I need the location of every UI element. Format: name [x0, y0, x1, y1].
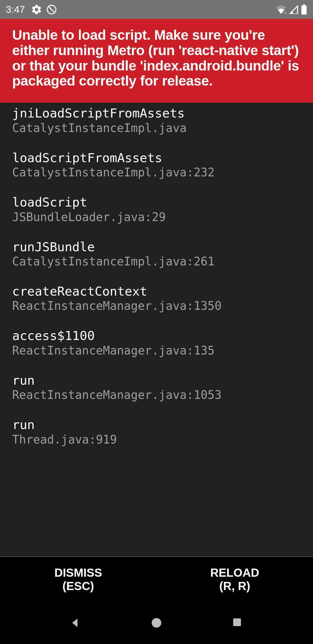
stack-frame[interactable]: run ReactInstanceManager.java:1053: [12, 373, 301, 401]
svg-rect-7: [233, 618, 241, 626]
stack-frame[interactable]: loadScript JSBundleLoader.java:29: [12, 195, 301, 223]
status-icons-left: [31, 4, 57, 15]
stack-location: CatalystInstanceImpl.java:261: [12, 255, 301, 268]
stack-method: run: [12, 418, 301, 432]
gear-icon: [31, 4, 42, 15]
stack-location: Thread.java:919: [12, 433, 301, 446]
stack-method: loadScript: [12, 195, 301, 209]
stack-method: createReactContext: [12, 284, 301, 299]
stack-method: jniLoadScriptFromAssets: [12, 106, 301, 120]
stack-frame[interactable]: runJSBundle CatalystInstanceImpl.java:26…: [12, 240, 301, 268]
reload-button[interactable]: RELOAD (R, R): [156, 557, 313, 601]
wifi-icon: x: [276, 5, 286, 14]
stack-location: CatalystInstanceImpl.java: [12, 121, 301, 135]
reload-shortcut: (R, R): [219, 579, 250, 593]
stack-location: ReactInstanceManager.java:1053: [12, 388, 301, 401]
status-clock: 3:47: [6, 4, 25, 15]
svg-text:x: x: [284, 11, 286, 14]
svg-rect-4: [303, 4, 305, 6]
stack-method: runJSBundle: [12, 240, 301, 254]
stack-location: JSBundleLoader.java:29: [12, 210, 301, 224]
stack-location: CatalystInstanceImpl.java:232: [12, 166, 301, 179]
error-message: Unable to load script. Make sure you're …: [12, 28, 301, 89]
svg-line-1: [48, 6, 55, 13]
svg-rect-5: [301, 5, 307, 15]
status-bar-left: 3:47: [6, 4, 57, 15]
stack-method: run: [12, 373, 301, 388]
cellular-signal-icon: [289, 5, 299, 14]
stack-frame[interactable]: createReactContext ReactInstanceManager.…: [12, 284, 301, 312]
nav-home-button[interactable]: [150, 616, 163, 629]
action-bar: DISMISS (ESC) RELOAD (R, R): [0, 556, 313, 601]
status-bar-right: x: [276, 4, 307, 15]
dismiss-label: DISMISS: [54, 566, 102, 579]
stack-frame[interactable]: access$1100 ReactInstanceManager.java:13…: [12, 329, 301, 357]
stack-location: ReactInstanceManager.java:135: [12, 344, 301, 357]
do-not-disturb-icon: [46, 4, 57, 15]
stack-frame[interactable]: loadScriptFromAssets CatalystInstanceImp…: [12, 151, 301, 179]
stack-trace[interactable]: jniLoadScriptFromAssets CatalystInstance…: [0, 103, 313, 446]
reload-label: RELOAD: [210, 566, 259, 579]
nav-recents-button[interactable]: [231, 616, 244, 629]
stack-method: access$1100: [12, 329, 301, 343]
dismiss-button[interactable]: DISMISS (ESC): [0, 557, 156, 601]
error-header: Unable to load script. Make sure you're …: [0, 19, 313, 103]
svg-point-6: [152, 618, 161, 627]
dismiss-shortcut: (ESC): [63, 579, 94, 593]
android-status-bar: 3:47 x: [0, 0, 313, 19]
stack-location: ReactInstanceManager.java:1350: [12, 299, 301, 312]
stack-method: loadScriptFromAssets: [12, 151, 301, 165]
stack-frame[interactable]: run Thread.java:919: [12, 418, 301, 446]
nav-back-button[interactable]: [69, 616, 82, 629]
android-nav-bar: [0, 601, 313, 644]
stack-frame[interactable]: jniLoadScriptFromAssets CatalystInstance…: [12, 106, 301, 134]
battery-icon: [301, 4, 307, 15]
